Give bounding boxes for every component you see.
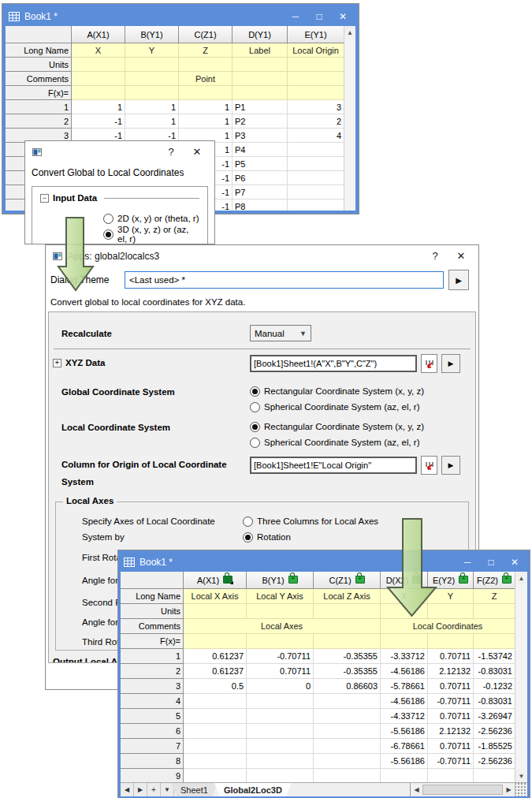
cell[interactable]: [474, 634, 515, 649]
cell[interactable]: 0.86603: [314, 679, 381, 694]
cell[interactable]: [184, 754, 247, 769]
column-picker-button[interactable]: [421, 456, 437, 475]
cell[interactable]: [288, 185, 344, 200]
cell[interactable]: [474, 604, 515, 619]
cell[interactable]: 0.70711: [428, 709, 474, 724]
row-header[interactable]: 3: [121, 679, 184, 694]
cell[interactable]: [381, 634, 428, 649]
row-header[interactable]: 4: [121, 694, 184, 709]
maximize-button[interactable]: □: [482, 553, 500, 572]
cell[interactable]: P4: [233, 143, 288, 157]
radio-icon[interactable]: [243, 532, 253, 543]
row-header[interactable]: Long Name: [121, 589, 184, 604]
cell[interactable]: [233, 72, 288, 86]
close-button[interactable]: ✕: [505, 553, 524, 572]
radio-icon[interactable]: [103, 214, 113, 224]
row-header[interactable]: 1: [6, 100, 72, 114]
cell[interactable]: [179, 58, 233, 72]
cell[interactable]: [288, 157, 344, 171]
cell[interactable]: 0.70711: [428, 739, 474, 754]
column-header[interactable]: B(Y1): [247, 572, 314, 589]
cell[interactable]: [72, 58, 125, 72]
cell[interactable]: [288, 171, 344, 185]
column-header[interactable]: C(Z1): [314, 572, 381, 589]
local-cs-option[interactable]: Rectangular Coordinate System (x, y, z): [250, 419, 475, 434]
cell[interactable]: 2.12132: [428, 724, 474, 739]
cell[interactable]: 0.70711: [247, 664, 314, 679]
cell[interactable]: [428, 634, 474, 649]
cell[interactable]: [233, 86, 288, 100]
row-header[interactable]: Comments: [121, 619, 184, 634]
column-header[interactable]: A(X1): [184, 572, 247, 589]
cell[interactable]: 0.70711: [428, 649, 474, 664]
help-button[interactable]: ?: [425, 250, 445, 262]
lock-icon[interactable]: [223, 576, 233, 584]
row-header[interactable]: 1: [121, 649, 184, 664]
cell[interactable]: [233, 58, 288, 72]
cell[interactable]: [314, 709, 381, 724]
cell[interactable]: -6.78661: [381, 739, 428, 754]
cell[interactable]: -4.33712: [381, 709, 428, 724]
cell[interactable]: [247, 739, 314, 754]
dimension-option[interactable]: 2D (x, y) or (theta, r): [103, 211, 199, 226]
cell[interactable]: [184, 694, 247, 709]
title-bar[interactable]: Book1 * ─ □ ✕: [121, 553, 527, 572]
horizontal-scrollbar[interactable]: ◀ ▶: [410, 783, 527, 796]
row-header[interactable]: 6: [121, 724, 184, 739]
global-cs-option[interactable]: Rectangular Coordinate System (x, y, z): [250, 383, 475, 399]
cell[interactable]: X: [72, 43, 125, 58]
cell[interactable]: [314, 604, 381, 619]
cell[interactable]: Point: [179, 72, 233, 86]
cell[interactable]: 1: [72, 100, 125, 114]
cell[interactable]: P3: [233, 129, 288, 143]
cell[interactable]: -0.35355: [314, 649, 381, 664]
cell[interactable]: -1.53742: [474, 649, 515, 664]
scroll-down-icon[interactable]: ▼: [515, 770, 527, 782]
scroll-right-icon[interactable]: ▶: [503, 783, 515, 796]
row-header[interactable]: F(x)=: [6, 86, 72, 100]
cell[interactable]: 0.61237: [184, 664, 247, 679]
cell[interactable]: [474, 769, 515, 782]
cell[interactable]: [314, 769, 381, 782]
cell[interactable]: 0.70711: [428, 679, 474, 694]
cell[interactable]: [184, 634, 247, 649]
radio-icon[interactable]: [250, 402, 260, 412]
cell[interactable]: -0.83031: [474, 664, 515, 679]
minimize-button[interactable]: ─: [286, 7, 305, 26]
cell[interactable]: P6: [233, 171, 288, 185]
scroll-track[interactable]: [344, 39, 355, 211]
cell[interactable]: -0.70711: [428, 694, 474, 709]
global-cs-option[interactable]: Spherical Coordinate System (az, el, r): [250, 399, 475, 415]
cell[interactable]: 2.12132: [428, 664, 474, 679]
xyz-data-input[interactable]: [Book1]Sheet1!(A"X",B"Y",C"Z"): [250, 355, 417, 372]
vertical-scrollbar[interactable]: ▲ ▼: [515, 572, 527, 782]
minimize-button[interactable]: ─: [458, 553, 477, 572]
column-header[interactable]: C(Z1): [179, 26, 233, 43]
cell[interactable]: [247, 634, 314, 649]
cell[interactable]: [428, 769, 474, 782]
cell[interactable]: -0.35355: [314, 664, 381, 679]
cell[interactable]: P2: [233, 114, 288, 129]
cell[interactable]: [179, 86, 233, 100]
cell[interactable]: 1: [179, 100, 233, 114]
cell[interactable]: -5.56186: [381, 724, 428, 739]
resize-grip[interactable]: [515, 783, 527, 796]
cell[interactable]: [314, 634, 381, 649]
cell[interactable]: -0.1232: [474, 679, 515, 694]
cell[interactable]: -1.85525: [474, 739, 515, 754]
cell[interactable]: 0.5: [184, 679, 247, 694]
cell[interactable]: Local Coordinates: [381, 619, 515, 634]
cell[interactable]: [288, 58, 344, 72]
row-header[interactable]: 9: [121, 769, 184, 782]
cell[interactable]: [247, 709, 314, 724]
maximize-button[interactable]: □: [310, 7, 329, 26]
row-header[interactable]: Units: [121, 604, 184, 619]
row-header[interactable]: 7: [121, 739, 184, 754]
cell[interactable]: P7: [233, 185, 288, 200]
cell[interactable]: [247, 769, 314, 782]
cell[interactable]: 1: [179, 114, 233, 129]
lock-icon[interactable]: [355, 576, 365, 584]
column-picker-button[interactable]: [421, 354, 437, 373]
row-header[interactable]: F(x)=: [121, 634, 184, 649]
recalculate-select[interactable]: Manual ▼: [250, 325, 311, 341]
